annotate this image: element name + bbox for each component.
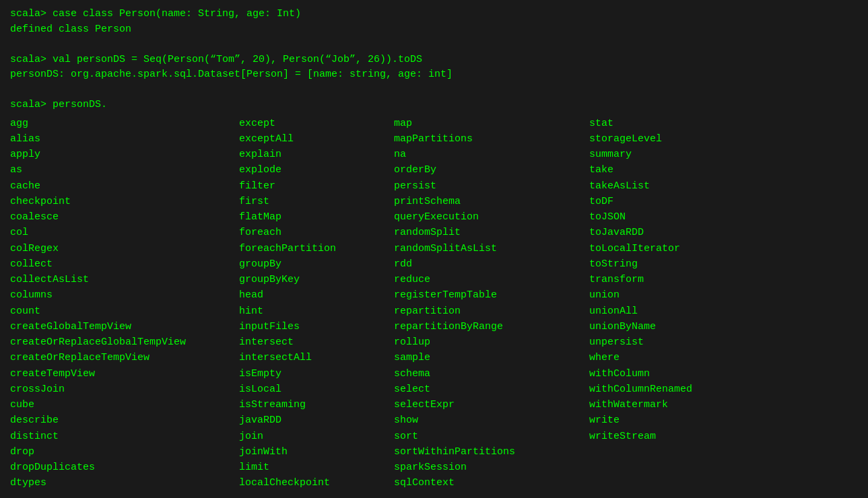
method-item: toString xyxy=(589,256,764,272)
line-5: scala> personDS. xyxy=(10,98,858,113)
method-item: except xyxy=(239,116,394,131)
method-item: first xyxy=(239,194,394,209)
method-item: withColumnRenamed xyxy=(589,382,764,397)
method-item: isLocal xyxy=(239,382,394,397)
method-item: cache xyxy=(10,178,239,194)
method-item: groupBy xyxy=(239,256,394,272)
method-item: columns xyxy=(10,287,239,303)
method-item: na xyxy=(394,147,589,162)
method-col-2: exceptexceptAllexplainexplodefilterfirst… xyxy=(239,116,394,491)
method-item: checkpoint xyxy=(10,194,239,209)
method-item: registerTempTable xyxy=(394,287,589,303)
method-item: rollup xyxy=(394,334,589,350)
method-item: where xyxy=(589,350,764,365)
method-col-3: mapmapPartitionsnaorderBypersistprintSch… xyxy=(394,116,589,491)
method-item: unionAll xyxy=(589,304,764,319)
method-item: coalesce xyxy=(10,209,239,225)
method-item: write xyxy=(589,413,764,428)
method-item: storageLevel xyxy=(589,131,764,147)
method-item: apply xyxy=(10,147,239,162)
methods-section: aggaliasapplyascachecheckpointcoalesceco… xyxy=(10,116,858,491)
method-item: drop xyxy=(10,444,239,460)
method-item: orderBy xyxy=(394,162,589,178)
method-item: toJavaRDD xyxy=(589,225,764,240)
method-item: hint xyxy=(239,304,394,319)
method-item: createOrReplaceGlobalTempView xyxy=(10,334,239,350)
method-item: joinWith xyxy=(239,444,394,460)
method-item: sortWithinPartitions xyxy=(394,444,589,460)
line-4: personDS: org.apache.spark.sql.Dataset[P… xyxy=(10,67,858,83)
defined-1: defined class Person xyxy=(10,24,131,35)
method-item: agg xyxy=(10,116,239,131)
method-item: dtypes xyxy=(10,475,239,491)
method-item: toJSON xyxy=(589,209,764,225)
method-item: as xyxy=(10,162,239,178)
method-item: repartitionByRange xyxy=(394,319,589,334)
method-item: union xyxy=(589,287,764,303)
method-item: createOrReplaceTempView xyxy=(10,350,239,365)
methods-grid: aggaliasapplyascachecheckpointcoalesceco… xyxy=(10,116,858,491)
method-item: describe xyxy=(10,413,239,428)
method-item: createTempView xyxy=(10,366,239,382)
method-item: count xyxy=(10,304,239,319)
method-item: col xyxy=(10,225,239,240)
method-item: cube xyxy=(10,397,239,413)
method-item: withWatermark xyxy=(589,397,764,413)
method-item: toLocalIterator xyxy=(589,241,764,256)
prompt-1: scala> case class Person(name: String, a… xyxy=(10,8,301,20)
method-item: map xyxy=(394,116,589,131)
line-blank-1 xyxy=(10,37,858,52)
method-item: takeAsList xyxy=(589,178,764,194)
method-item: stat xyxy=(589,116,764,131)
method-item: alias xyxy=(10,131,239,147)
method-item: persist xyxy=(394,178,589,194)
method-item: repartition xyxy=(394,304,589,319)
method-item: inputFiles xyxy=(239,319,394,334)
method-item: flatMap xyxy=(239,209,394,225)
prompt-2: scala> val personDS = Seq(Person(“Tom”, … xyxy=(10,54,422,65)
method-item: foreach xyxy=(239,225,394,240)
method-item: explode xyxy=(239,162,394,178)
output-2: personDS: org.apache.spark.sql.Dataset[P… xyxy=(10,69,453,80)
method-item: crossJoin xyxy=(10,382,239,397)
method-item: dropDuplicates xyxy=(10,460,239,475)
method-item: groupByKey xyxy=(239,272,394,287)
line-1: scala> case class Person(name: String, a… xyxy=(10,7,858,22)
method-item: collect xyxy=(10,256,239,272)
method-item: toDF xyxy=(589,194,764,209)
method-item: show xyxy=(394,413,589,428)
terminal: scala> case class Person(name: String, a… xyxy=(10,7,858,491)
method-item: take xyxy=(589,162,764,178)
method-item: randomSplitAsList xyxy=(394,241,589,256)
method-item: isEmpty xyxy=(239,366,394,382)
method-item: localCheckpoint xyxy=(239,475,394,491)
method-item: createGlobalTempView xyxy=(10,319,239,334)
method-item: javaRDD xyxy=(239,413,394,428)
method-item: sparkSession xyxy=(394,460,589,475)
method-item: rdd xyxy=(394,256,589,272)
line-2: defined class Person xyxy=(10,22,858,38)
line-3: scala> val personDS = Seq(Person(“Tom”, … xyxy=(10,52,858,68)
method-item: head xyxy=(239,287,394,303)
method-item: selectExpr xyxy=(394,397,589,413)
method-item: writeStream xyxy=(589,429,764,444)
method-item: randomSplit xyxy=(394,225,589,240)
method-item: queryExecution xyxy=(394,209,589,225)
prompt-3: scala> personDS. xyxy=(10,99,107,110)
method-item: withColumn xyxy=(589,366,764,382)
method-item: colRegex xyxy=(10,241,239,256)
method-item: sort xyxy=(394,429,589,444)
method-item: schema xyxy=(394,366,589,382)
method-item: isStreaming xyxy=(239,397,394,413)
method-item: exceptAll xyxy=(239,131,394,147)
method-col-1: aggaliasapplyascachecheckpointcoalesceco… xyxy=(10,116,239,491)
method-item: printSchema xyxy=(394,194,589,209)
method-col-4: statstorageLevelsummarytaketakeAsListtoD… xyxy=(589,116,764,491)
method-item: select xyxy=(394,382,589,397)
method-item: limit xyxy=(239,460,394,475)
method-item: summary xyxy=(589,147,764,162)
method-item: foreachPartition xyxy=(239,241,394,256)
method-item: filter xyxy=(239,178,394,194)
method-item: sqlContext xyxy=(394,475,589,491)
method-item: unpersist xyxy=(589,334,764,350)
